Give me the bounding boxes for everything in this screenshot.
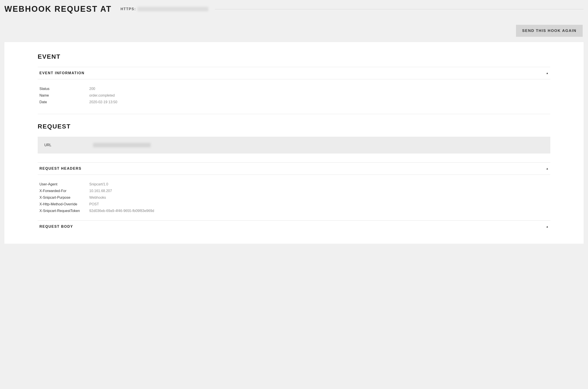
kv-val: order.completed	[89, 94, 115, 97]
kv-row: Date 2020-02-19 13:50	[38, 99, 550, 105]
url-redacted	[137, 7, 208, 11]
kv-row: Status 200	[38, 86, 550, 92]
kv-row: X-Snipcart-RequestToken 92d036eb-69a9-4f…	[38, 208, 550, 214]
kv-val: 10.161.68.207	[89, 189, 112, 193]
kv-key: X-Http-Method-Override	[39, 202, 89, 206]
send-hook-again-button[interactable]: SEND THIS HOOK AGAIN	[516, 25, 583, 37]
webhook-url-wrap: HTTPS:	[121, 7, 584, 11]
main-card: EVENT EVENT INFORMATION ▲ Status 200 Nam…	[4, 42, 584, 244]
kv-val: 92d036eb-69a9-4f46-9655-fb09f83e969d	[89, 209, 154, 213]
kv-val: Webhooks	[89, 195, 106, 200]
request-headers-accordion-header[interactable]: REQUEST HEADERS ▲	[38, 162, 550, 175]
separator	[38, 114, 550, 114]
request-url-redacted	[93, 143, 151, 147]
request-body-accordion-label: REQUEST BODY	[39, 225, 73, 229]
event-info-list: Status 200 Name order.completed Date 202…	[38, 79, 550, 112]
kv-key: X-Forwarded-For	[39, 189, 89, 193]
kv-key: Status	[39, 87, 89, 91]
kv-key: Name	[39, 94, 89, 97]
event-info-accordion-header[interactable]: EVENT INFORMATION ▲	[38, 67, 550, 79]
kv-val: 2020-02-19 13:50	[89, 100, 117, 104]
caret-up-icon: ▲	[546, 167, 549, 170]
kv-row: User-Agent Snipcart/1.0	[38, 181, 550, 188]
kv-row: X-Snipcart-Purpose Webhooks	[38, 194, 550, 201]
kv-key: X-Snipcart-Purpose	[39, 195, 89, 200]
event-section-title: EVENT	[38, 53, 550, 60]
kv-row: X-Forwarded-For 10.161.68.207	[38, 188, 550, 194]
kv-key: X-Snipcart-RequestToken	[39, 209, 89, 213]
request-body-accordion-header[interactable]: REQUEST BODY ▲	[38, 220, 550, 233]
request-headers-list: User-Agent Snipcart/1.0 X-Forwarded-For …	[38, 175, 550, 220]
kv-val: 200	[89, 87, 95, 91]
request-headers-accordion-label: REQUEST HEADERS	[39, 166, 82, 171]
caret-up-icon: ▲	[546, 71, 549, 75]
caret-up-icon: ▲	[546, 225, 549, 228]
request-url-label: URL	[44, 143, 93, 147]
divider-line	[215, 9, 584, 9]
kv-row: X-Http-Method-Override POST	[38, 201, 550, 208]
kv-val: POST	[89, 202, 99, 206]
kv-key: Date	[39, 100, 89, 104]
kv-val: Snipcart/1.0	[89, 182, 108, 186]
request-url-box: URL	[38, 137, 550, 154]
url-prefix: HTTPS:	[121, 7, 136, 11]
request-section-title: REQUEST	[38, 123, 550, 130]
top-bar: WEBHOOK REQUEST AT HTTPS:	[0, 0, 588, 14]
kv-key: User-Agent	[39, 182, 89, 186]
actions-row: SEND THIS HOOK AGAIN	[0, 14, 588, 42]
event-info-accordion-label: EVENT INFORMATION	[39, 71, 84, 75]
page-title: WEBHOOK REQUEST AT	[4, 4, 112, 14]
kv-row: Name order.completed	[38, 92, 550, 99]
